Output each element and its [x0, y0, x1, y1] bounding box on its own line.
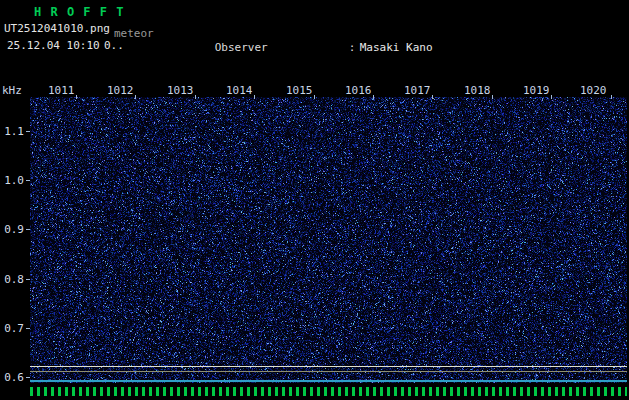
x-axis-label: 1014	[226, 84, 253, 97]
minute-tick	[195, 95, 196, 99]
minute-tick	[551, 95, 552, 99]
hrofft-window: H R O F F T UT2512041010.png meteor 25.1…	[0, 0, 629, 400]
info-colon: :	[349, 42, 360, 54]
x-axis-label: 1020	[580, 84, 607, 97]
info-label: Observer	[215, 42, 349, 54]
spectrogram-canvas	[30, 97, 627, 383]
x-axis-label: 1017	[404, 84, 431, 97]
counter: 0..	[104, 39, 124, 52]
app-logo: H R O F F T	[34, 5, 124, 19]
output-filename: UT2512041010.png	[4, 22, 110, 35]
minute-tick	[373, 95, 374, 99]
freq-tick	[26, 229, 30, 230]
minute-tick	[135, 95, 136, 99]
freq-tick	[26, 279, 30, 280]
freq-tick	[26, 131, 30, 132]
echo-marker-strip	[30, 387, 627, 396]
minute-tick	[611, 95, 612, 99]
minute-tick	[254, 95, 255, 99]
timestamp: 25.12.04 10:10	[7, 39, 100, 52]
freq-tick	[26, 377, 30, 378]
y-axis-label: 0.9	[0, 223, 24, 236]
minute-tick	[76, 95, 77, 99]
y-axis-label: 1.1	[0, 125, 24, 138]
x-axis-label: 1016	[345, 84, 372, 97]
x-axis-label: 1011	[48, 84, 75, 97]
x-axis-label: 1019	[523, 84, 550, 97]
x-axis-label: 1013	[167, 84, 194, 97]
x-axis-label: 1015	[286, 84, 313, 97]
y-axis-label: 0.7	[0, 322, 24, 335]
y-axis-label: 0.6	[0, 371, 24, 384]
minute-tick	[432, 95, 433, 99]
y-axis-label: 1.0	[0, 174, 24, 187]
freq-tick	[26, 328, 30, 329]
x-axis-label: 1018	[464, 84, 491, 97]
freq-tick	[26, 180, 30, 181]
minute-tick	[314, 95, 315, 99]
minute-tick	[492, 95, 493, 99]
x-axis-label: 1012	[107, 84, 134, 97]
info-value: Masaki Kano	[360, 41, 433, 54]
info-row-observer: Observer:Masaki Kano	[175, 30, 565, 65]
y-axis-label: 0.8	[0, 273, 24, 286]
y-axis-unit-label: kHz	[2, 84, 22, 97]
